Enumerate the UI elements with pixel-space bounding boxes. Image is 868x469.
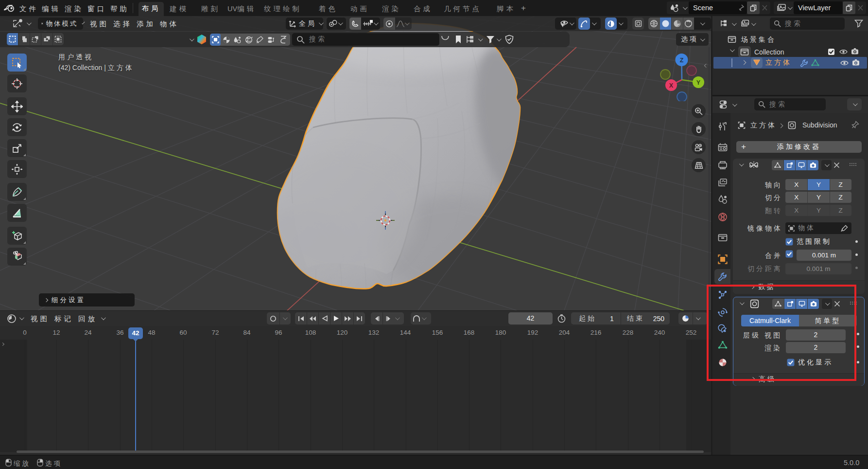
svg-text:Z: Z [680, 57, 684, 64]
svg-text:X: X [669, 82, 674, 89]
svg-text:Y: Y [696, 79, 701, 86]
